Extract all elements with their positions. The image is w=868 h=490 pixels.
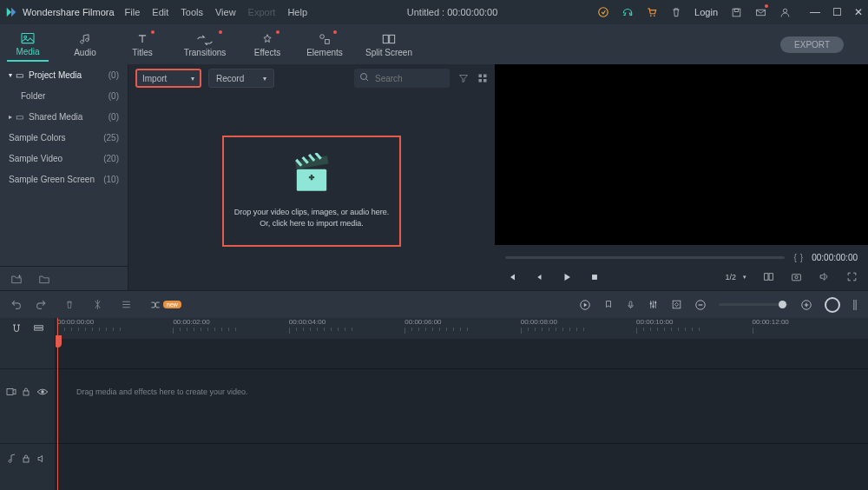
record-dropdown[interactable]: Record ▾ (208, 69, 274, 88)
image-icon (20, 32, 36, 44)
menu-view[interactable]: View (215, 7, 236, 17)
zoom-out-icon[interactable] (694, 299, 707, 311)
tab-media[interactable]: Media (7, 28, 49, 62)
menu-bar: File Edit Tools View Export Help (125, 7, 307, 17)
bracket-open-icon[interactable]: { (793, 253, 796, 262)
split-icon[interactable] (92, 299, 103, 310)
preview-zoom-select[interactable]: 1/2▾ (725, 273, 746, 281)
tab-audio[interactable]: Audio (64, 29, 106, 61)
sidebar-item-sample-green-screen[interactable]: Sample Green Screen (10) (0, 169, 128, 189)
folder-icon[interactable] (38, 274, 50, 284)
app-name: Wondershare Filmora (23, 7, 115, 17)
preview-scrubber[interactable] (505, 256, 785, 259)
list-icon[interactable] (121, 300, 132, 309)
save-icon[interactable] (730, 6, 742, 18)
eye-icon[interactable] (36, 387, 49, 396)
snapshot-icon[interactable] (790, 271, 802, 283)
svg-rect-20 (592, 275, 597, 280)
stop-button[interactable] (589, 271, 601, 283)
snap-icon[interactable] (11, 323, 22, 334)
svg-point-29 (654, 301, 656, 303)
export-button[interactable]: EXPORT (780, 36, 844, 53)
badge-icon[interactable] (597, 6, 609, 18)
timeline-tracks[interactable]: 00:00:00:00 00:00:02:00 00:00:04:00 00:0… (56, 318, 868, 490)
play-button[interactable] (561, 271, 573, 283)
render-icon[interactable] (579, 299, 591, 311)
media-panel: Import ▾ Record ▾ (128, 64, 495, 290)
timeline-ruler[interactable]: 00:00:00:00 00:00:02:00 00:00:04:00 00:0… (56, 318, 868, 339)
step-back-button[interactable] (533, 271, 545, 283)
svg-rect-36 (34, 328, 43, 329)
menu-tools[interactable]: Tools (181, 7, 203, 17)
marker-icon[interactable] (603, 299, 614, 311)
delete-icon[interactable] (64, 299, 75, 310)
sidebar-item-project-media[interactable]: ▾ ▭ Project Media (0) (0, 64, 128, 85)
import-dropzone[interactable]: Drop your video clips, images, or audio … (222, 136, 401, 247)
maximize-button[interactable]: ☐ (832, 6, 842, 18)
menu-edit[interactable]: Edit (152, 7, 168, 17)
undo-icon[interactable] (10, 299, 22, 310)
lock-icon[interactable] (22, 387, 30, 397)
cart-icon[interactable] (646, 6, 658, 18)
login-link[interactable]: Login (694, 7, 718, 17)
svg-rect-12 (390, 35, 395, 43)
sidebar-item-sample-colors[interactable]: Sample Colors (25) (0, 127, 128, 148)
volume-icon[interactable] (818, 271, 830, 283)
tab-transitions[interactable]: Transitions (179, 29, 231, 61)
lock-icon[interactable] (22, 454, 30, 464)
collapse-icon[interactable] (852, 298, 858, 312)
mixer-icon[interactable] (648, 299, 659, 310)
sidebar-item-shared-media[interactable]: ▸ ▭ Shared Media (0) (0, 106, 128, 127)
zoom-fit-icon[interactable] (825, 297, 840, 313)
compare-icon[interactable] (762, 271, 774, 283)
import-dropdown[interactable]: Import ▾ (135, 69, 201, 88)
svg-rect-4 (734, 9, 738, 11)
svg-rect-38 (23, 391, 29, 395)
svg-rect-40 (23, 458, 29, 462)
track-manager-icon[interactable] (33, 324, 44, 334)
music-icon (79, 33, 91, 45)
svg-point-2 (654, 15, 655, 17)
headset-icon[interactable] (621, 6, 634, 18)
fullscreen-icon[interactable] (845, 271, 858, 283)
playhead[interactable] (57, 318, 58, 490)
prev-frame-button[interactable] (505, 271, 517, 283)
svg-rect-22 (769, 274, 773, 281)
preview-viewport[interactable] (495, 64, 868, 245)
bracket-close-icon[interactable]: } (800, 253, 803, 262)
grid-view-icon[interactable] (477, 73, 488, 83)
user-icon[interactable] (779, 6, 791, 18)
mail-icon[interactable] (754, 6, 766, 18)
svg-rect-21 (764, 274, 767, 281)
ripple-toggle[interactable]: new (149, 300, 181, 310)
chevron-down-icon: ▾ (191, 75, 194, 83)
menu-help[interactable]: Help (287, 7, 307, 17)
timeline-zoom-slider[interactable] (719, 303, 788, 306)
zoom-in-icon[interactable] (800, 299, 812, 311)
redo-icon[interactable] (36, 299, 47, 310)
sidebar-item-sample-video[interactable]: Sample Video (20) (0, 148, 128, 169)
svg-point-8 (24, 36, 27, 38)
mute-icon[interactable] (36, 454, 47, 464)
add-folder-icon[interactable] (10, 274, 23, 284)
menu-file[interactable]: File (125, 7, 141, 17)
voiceover-icon[interactable] (626, 299, 635, 311)
filter-icon[interactable] (458, 73, 469, 83)
tab-effects[interactable]: Effects (247, 29, 288, 61)
video-track-icon (6, 387, 16, 396)
tab-elements[interactable]: Elements (304, 29, 345, 61)
sidebar-item-folder[interactable]: Folder (0) (0, 85, 128, 106)
tab-titles[interactable]: Titles (122, 29, 163, 61)
close-button[interactable]: ✕ (854, 6, 863, 18)
svg-point-24 (794, 275, 797, 278)
svg-rect-26 (629, 301, 632, 306)
trash-icon[interactable] (670, 6, 682, 18)
minimize-button[interactable]: — (810, 6, 820, 18)
keyframe-icon[interactable] (671, 299, 682, 310)
video-track[interactable]: Drag media and effects here to create yo… (56, 368, 868, 414)
media-sidebar: ▾ ▭ Project Media (0) Folder (0) ▸ ▭ Sha… (0, 64, 128, 290)
tab-split-screen[interactable]: Split Screen (361, 29, 417, 61)
audio-track[interactable] (56, 443, 868, 473)
svg-rect-17 (483, 79, 487, 83)
svg-rect-5 (756, 10, 765, 16)
